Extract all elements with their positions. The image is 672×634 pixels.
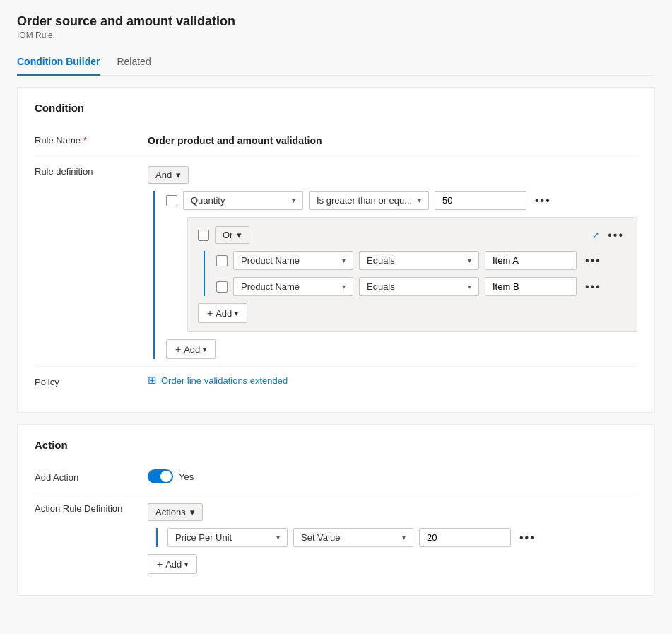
- add-action-label: Add Action: [35, 469, 148, 483]
- product-a-checkbox[interactable]: [216, 255, 228, 266]
- policy-label: Policy: [35, 374, 148, 387]
- tab-related[interactable]: Related: [117, 49, 151, 76]
- condition-add-chevron-icon: ▾: [203, 346, 206, 353]
- product-b-operator-select[interactable]: Equals ▾: [359, 277, 479, 296]
- or-group: Or ▾ ⤢ •••: [187, 217, 637, 332]
- product-a-field-select[interactable]: Product Name ▾: [233, 251, 353, 270]
- policy-link[interactable]: ⊞ Order line validations extended: [148, 374, 637, 387]
- action-section: Action Add Action Yes Action Rule Defini…: [17, 424, 655, 596]
- actions-dropdown[interactable]: Actions ▾: [148, 503, 203, 521]
- and-dropdown[interactable]: And ▾: [148, 166, 189, 184]
- condition-section: Condition Rule Name * Order product and …: [17, 87, 655, 413]
- product-b-field-chevron-icon: ▾: [342, 283, 346, 290]
- or-add-plus-icon: +: [207, 307, 213, 319]
- rule-name-row: Rule Name * Order product and amount val…: [35, 125, 637, 156]
- or-group-checkbox[interactable]: [198, 230, 209, 241]
- product-a-operator-chevron-icon: ▾: [468, 257, 471, 264]
- add-action-toggle[interactable]: [148, 469, 173, 483]
- price-per-unit-field-select[interactable]: Price Per Unit ▾: [167, 528, 288, 547]
- add-action-toggle-wrap: Yes: [148, 469, 637, 483]
- quantity-checkbox[interactable]: [166, 195, 177, 206]
- set-value-operator-select[interactable]: Set Value ▾: [293, 528, 413, 547]
- tab-condition-builder[interactable]: Condition Builder: [17, 49, 100, 76]
- action-add-plus-icon: +: [157, 558, 163, 570]
- condition-section-title: Condition: [35, 102, 637, 114]
- quantity-field-chevron-icon: ▾: [292, 196, 295, 204]
- product-b-more-button[interactable]: •••: [582, 281, 604, 293]
- or-add-button[interactable]: + Add ▾: [198, 303, 247, 323]
- or-add-chevron-icon: ▾: [235, 310, 238, 317]
- price-per-unit-field-chevron-icon: ▾: [276, 534, 280, 541]
- product-b-value-input[interactable]: [485, 277, 577, 296]
- condition-add-plus-icon: +: [175, 344, 181, 355]
- policy-icon: ⊞: [148, 374, 157, 387]
- product-a-condition-row: Product Name ▾ Equals ▾ •••: [216, 251, 627, 270]
- product-a-more-button[interactable]: •••: [582, 254, 604, 267]
- quantity-more-button[interactable]: •••: [532, 194, 554, 207]
- action-value-input[interactable]: [419, 528, 511, 547]
- action-rule-def-label: Action Rule Definition: [35, 500, 148, 514]
- action-connector: Price Per Unit ▾ Set Value ▾ •••: [156, 528, 637, 547]
- policy-row: Policy ⊞ Order line validations extended: [35, 367, 637, 398]
- and-chevron-icon: ▾: [176, 170, 181, 180]
- or-group-header: Or ▾ ⤢ •••: [198, 226, 627, 244]
- condition-add-button[interactable]: + Add ▾: [166, 339, 216, 359]
- rule-definition-label: Rule definition: [35, 163, 148, 177]
- action-section-title: Action: [35, 439, 637, 451]
- rule-definition-row: Rule definition And ▾ Quantity ▾ Is gr: [35, 156, 637, 367]
- condition-tree: Quantity ▾ Is greater than or equ... ▾ •…: [153, 191, 637, 359]
- quantity-operator-chevron-icon: ▾: [418, 196, 421, 204]
- add-action-row: Add Action Yes: [35, 462, 637, 493]
- tabs-bar: Condition Builder Related: [17, 49, 655, 76]
- action-rule-def-row: Action Rule Definition Actions ▾ Price P…: [35, 493, 637, 581]
- price-per-unit-row: Price Per Unit ▾ Set Value ▾ •••: [167, 528, 637, 547]
- action-add-button[interactable]: + Add ▾: [148, 554, 197, 574]
- product-a-value-input[interactable]: [485, 251, 577, 270]
- set-value-chevron-icon: ▾: [402, 534, 406, 541]
- or-conditions: Product Name ▾ Equals ▾ •••: [204, 251, 627, 296]
- quantity-value-input[interactable]: [435, 191, 526, 210]
- product-a-operator-select[interactable]: Equals ▾: [359, 251, 479, 270]
- rule-name-value: Order product and amount validation: [148, 132, 637, 146]
- page-title: Order source and amount validation IOM R…: [17, 14, 655, 40]
- or-dropdown[interactable]: Or ▾: [215, 226, 249, 244]
- required-star: *: [83, 136, 87, 146]
- collapse-icon[interactable]: ⤢: [592, 230, 599, 240]
- quantity-operator-select[interactable]: Is greater than or equ... ▾: [309, 191, 429, 210]
- or-chevron-icon: ▾: [237, 230, 242, 240]
- product-b-operator-chevron-icon: ▾: [468, 283, 471, 290]
- product-b-field-select[interactable]: Product Name ▾: [233, 277, 353, 296]
- product-b-checkbox[interactable]: [216, 281, 228, 293]
- quantity-condition-row: Quantity ▾ Is greater than or equ... ▾ •…: [166, 191, 637, 210]
- product-b-condition-row: Product Name ▾ Equals ▾ •••: [216, 277, 627, 296]
- or-group-more-button[interactable]: •••: [605, 229, 627, 242]
- product-a-field-chevron-icon: ▾: [342, 257, 346, 264]
- quantity-field-select[interactable]: Quantity ▾: [183, 191, 303, 210]
- action-more-button[interactable]: •••: [517, 532, 538, 544]
- action-add-chevron-icon: ▾: [184, 560, 188, 568]
- add-action-toggle-label: Yes: [179, 471, 194, 482]
- rule-name-label: Rule Name *: [35, 132, 148, 146]
- actions-chevron-icon: ▾: [190, 507, 195, 517]
